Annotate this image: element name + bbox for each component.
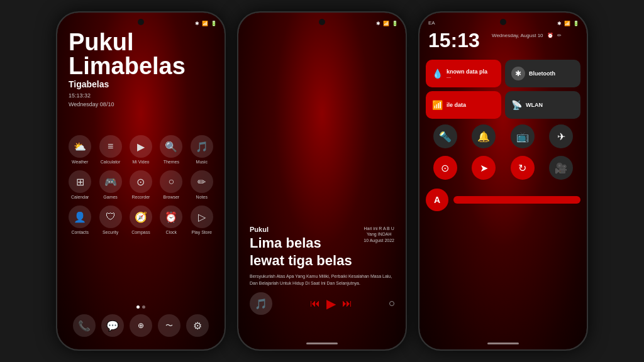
playstore-label: Play Store [192, 230, 212, 234]
toggle1-sub: — [447, 75, 487, 79]
calculator-icon: ≡ [99, 135, 122, 158]
app-games[interactable]: 🎮 Games [96, 170, 125, 199]
app-row-1: ⛅ Weather ≡ Calculator ▶ Mi Video 🔍 Them… [65, 135, 217, 164]
page-dots [136, 305, 145, 309]
contacts-icon: 👤 [69, 206, 91, 228]
cc-toggles: 💧 known data pla — ✱ Bluetooth 📶 [426, 60, 580, 119]
toggle3-label: ile data [447, 102, 466, 108]
battery-icon-1: 🔋 [211, 21, 217, 26]
time-detail1: 15:13:32 [69, 92, 186, 99]
dock-settings[interactable]: ⚙ [186, 314, 209, 337]
cast-button[interactable]: 📺 [511, 124, 535, 148]
app-recorder[interactable]: ⊙ Recorder [126, 170, 155, 199]
games-label: Games [103, 195, 118, 199]
notes-label: Notes [196, 195, 208, 199]
edit-icon: ✏ [557, 33, 562, 38]
circle-btn[interactable] [389, 301, 394, 306]
airplane-button[interactable]: ✈ [549, 124, 573, 148]
music-controls: 🎵 ⏮ ▶ ⏭ [250, 292, 394, 315]
app-notes[interactable]: ✏ Notes [187, 170, 216, 199]
dock-wave[interactable]: 〜 [158, 314, 180, 337]
playstore-icon: ▷ [191, 206, 213, 228]
dock-miui[interactable]: ⊕ [130, 314, 152, 337]
cc-round-row: 🔦 🔔 📺 ✈ [426, 124, 580, 148]
toggle-mobile-data[interactable]: 📶 ile data [426, 91, 501, 119]
toggle-bluetooth[interactable]: ✱ Bluetooth [505, 60, 580, 87]
home-indicator-3 [487, 343, 519, 344]
themes-icon: 🔍 [160, 135, 182, 158]
phone-3: ✱ 📶 🔋 EA 15:13 Wednesday, August 10 ⏰ ✏ … [418, 11, 588, 351]
bluetooth-icon-1: ✱ [195, 21, 199, 26]
phone-2: ✱ 📶 🔋 Pukul Lima belas lewat tiga belas … [237, 11, 407, 351]
app-row-2: ⊞ Calendar 🎮 Games ⊙ Recorder ○ Browser [65, 170, 217, 199]
clock-label: Clock [166, 230, 177, 234]
prev-button[interactable]: ⏮ [310, 298, 320, 309]
next-button[interactable]: ⏭ [342, 298, 352, 309]
music-note-icon[interactable]: 🎵 [250, 292, 272, 315]
signal-icon-3: 📶 [564, 21, 570, 26]
home-indicator-2 [306, 343, 338, 344]
bluetooth-icon-3: ✱ [557, 21, 562, 26]
games-icon: 🎮 [99, 170, 122, 193]
toggle2-label: Bluetooth [529, 70, 555, 77]
flashlight-button[interactable]: 🔦 [433, 124, 457, 148]
app-calculator[interactable]: ≡ Calculator [96, 135, 125, 164]
dot-active [136, 305, 140, 309]
cc-action-row: ⊙ ➤ ↻ 🎥 [426, 156, 580, 180]
play-button[interactable]: ▶ [326, 296, 336, 311]
clock-ring-icon: ⏰ [547, 33, 553, 38]
music-quote: Bersyukurlah Atas Apa Yang Kamu Miliki, … [250, 273, 394, 287]
app-compass[interactable]: 🧭 Compass [126, 206, 155, 234]
data-icon: 💧 [432, 69, 443, 79]
app-grid: ⛅ Weather ≡ Calculator ▶ Mi Video 🔍 Them… [57, 135, 225, 234]
clock-icon: ⏰ [160, 206, 182, 228]
dock: 📞 💬 ⊕ 〜 ⚙ [57, 314, 225, 337]
music-label: Music [196, 160, 208, 164]
music-btn-group: ⏮ ▶ ⏭ [310, 296, 352, 311]
app-themes[interactable]: 🔍 Themes [157, 135, 186, 164]
toggle2-text: Bluetooth [529, 70, 555, 77]
compass-label: Compass [131, 230, 150, 234]
security-icon: 🛡 [99, 206, 122, 228]
music-info: Pukul Lima belas lewat tiga belas Hari i… [250, 226, 394, 287]
brightness-bar[interactable] [453, 196, 580, 204]
cc-time: 15:13 [428, 29, 480, 52]
toggle4-text: WLAN [526, 102, 543, 108]
phone-1: ✱ 📶 🔋 Pukul Limabelas Tigabelas 15:13:32… [56, 11, 226, 351]
profile-avatar[interactable]: A [426, 189, 448, 211]
app-security[interactable]: 🛡 Security [96, 206, 125, 234]
app-weather[interactable]: ⛅ Weather [65, 135, 94, 164]
dot-inactive [142, 305, 145, 309]
toggle1-label: known data pla [447, 69, 487, 75]
status-bar-2: ✱ 📶 🔋 [238, 18, 406, 29]
toggle-data[interactable]: 💧 known data pla — [426, 60, 501, 87]
location-button[interactable]: ➤ [472, 156, 496, 180]
bluetooth-icon-2: ✱ [376, 21, 380, 26]
security-label: Security [103, 230, 118, 234]
music-day: Hari ini R A B U Yang INDAH 10 August 20… [364, 226, 394, 244]
mivideo-icon: ▶ [130, 135, 152, 158]
bluetooth-btn-icon: ✱ [511, 67, 525, 80]
app-music[interactable]: 🎵 Music [187, 135, 216, 164]
phone2-content: Pukul Lima belas lewat tiga belas Hari i… [238, 13, 406, 349]
dock-messages[interactable]: 💬 [101, 314, 124, 337]
wifi-icon: 📡 [511, 100, 522, 110]
dock-phone[interactable]: 📞 [73, 314, 96, 337]
browser-icon: ○ [160, 170, 182, 193]
rotate-button[interactable]: ↻ [511, 156, 535, 180]
toggle-wlan[interactable]: 📡 WLAN [505, 91, 580, 119]
app-playstore[interactable]: ▷ Play Store [187, 206, 216, 234]
calendar-icon: ⊞ [69, 170, 91, 193]
toggle3-text: ile data [447, 102, 466, 108]
app-browser[interactable]: ○ Browser [157, 170, 186, 199]
bell-button[interactable]: 🔔 [472, 124, 496, 148]
calculator-label: Calculator [101, 160, 121, 164]
app-calendar[interactable]: ⊞ Calendar [65, 170, 94, 199]
app-clock[interactable]: ⏰ Clock [157, 206, 186, 234]
dnd-button[interactable]: ⊙ [433, 156, 457, 180]
video-button[interactable]: 🎥 [549, 156, 573, 180]
status-bar-1: ✱ 📶 🔋 [57, 18, 225, 29]
app-contacts[interactable]: 👤 Contacts [65, 206, 94, 234]
weather-label: Weather [72, 160, 88, 164]
app-mivideo[interactable]: ▶ Mi Video [126, 135, 155, 164]
